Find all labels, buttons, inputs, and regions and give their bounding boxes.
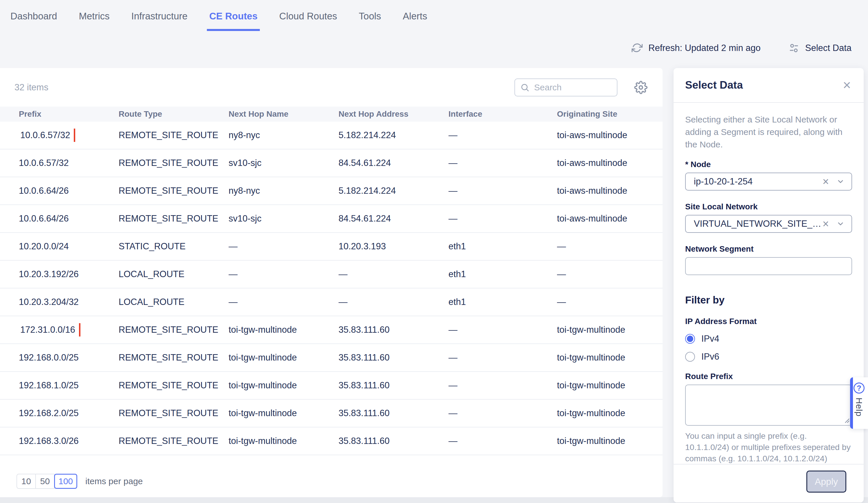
cell-interface: —	[448, 352, 557, 363]
items-count: 32 items	[14, 82, 48, 93]
sliders-icon	[788, 42, 799, 53]
cell-interface: —	[448, 408, 557, 419]
table-row: 10.0.6.64/26 REMOTE_SITE_ROUTE ny8-nyc 5…	[0, 177, 663, 205]
cell-next-hop-address: 5.182.214.224	[339, 130, 448, 140]
toolbar: Refresh: Updated 2 min ago Select Data	[632, 41, 851, 56]
column-header-originating-site: Originating Site	[557, 110, 663, 119]
cell-route-type: REMOTE_SITE_ROUTE	[118, 352, 229, 363]
table-settings-button[interactable]	[634, 81, 648, 94]
cell-prefix: 10.20.0.0/24	[19, 241, 118, 252]
cell-originating-site: toi-tgw-multinode	[557, 352, 663, 363]
table-row: 10.20.3.192/26 LOCAL_ROUTE — — eth1 —	[0, 261, 663, 289]
cell-prefix: 10.0.6.57/32	[19, 129, 118, 142]
cell-route-type: REMOTE_SITE_ROUTE	[118, 130, 229, 140]
table-row: 10.20.0.0/24 STATIC_ROUTE — 10.20.3.193 …	[0, 233, 663, 261]
cell-next-hop-name: toi-tgw-multinode	[229, 380, 339, 391]
cell-prefix: 10.0.6.64/26	[19, 213, 118, 224]
cell-route-type: REMOTE_SITE_ROUTE	[118, 408, 229, 419]
page-size-50-button[interactable]: 50	[35, 474, 55, 489]
search-input[interactable]	[534, 82, 617, 92]
filter-by-heading: Filter by	[685, 294, 852, 306]
close-icon[interactable]: ×	[843, 78, 851, 92]
cell-originating-site: —	[557, 241, 663, 252]
panel-body: Selecting either a Site Local Network or…	[674, 103, 864, 464]
route-prefix-textarea[interactable]	[685, 384, 852, 426]
cell-next-hop-name: —	[229, 269, 339, 280]
node-select[interactable]: ip-10-20-1-254 ×	[685, 173, 852, 191]
tab-ce-routes[interactable]: CE Routes	[209, 1, 258, 32]
network-segment-label: Network Segment	[685, 244, 852, 254]
cell-next-hop-name: toi-tgw-multinode	[229, 325, 339, 335]
site-local-network-select[interactable]: VIRTUAL_NETWORK_SITE_L... ×	[685, 215, 852, 233]
ipv4-radio-option[interactable]: IPv4	[685, 334, 852, 344]
tab-metrics[interactable]: Metrics	[78, 1, 110, 32]
tab-tools[interactable]: Tools	[358, 1, 382, 32]
node-clear-icon[interactable]: ×	[823, 176, 829, 187]
cell-next-hop-name: toi-tgw-multinode	[229, 408, 339, 419]
cell-prefix: 192.168.2.0/25	[19, 408, 118, 419]
ipv6-label: IPv6	[701, 352, 719, 362]
cell-next-hop-address: 35.83.111.60	[339, 325, 448, 335]
table-header-row: Prefix Route Type Next Hop Name Next Hop…	[0, 107, 663, 122]
panel-description: Selecting either a Site Local Network or…	[685, 113, 852, 151]
select-data-button[interactable]: Select Data	[788, 42, 851, 53]
route-prefix-label: Route Prefix	[685, 372, 852, 381]
page: Dashboard Metrics Infrastructure CE Rout…	[0, 0, 868, 503]
cell-prefix: 10.20.3.192/26	[19, 269, 118, 280]
chevron-down-icon	[836, 220, 845, 228]
cell-prefix: 192.168.1.0/25	[19, 380, 118, 391]
table-row: 10.0.6.57/32 REMOTE_SITE_ROUTE ny8-nyc 5…	[0, 122, 663, 149]
route-prefix-field	[685, 384, 852, 427]
cell-next-hop-address: —	[339, 269, 448, 280]
apply-button[interactable]: Apply	[806, 471, 846, 493]
cell-next-hop-name: toi-tgw-multinode	[229, 436, 339, 446]
cell-interface: —	[448, 380, 557, 391]
cell-prefix: 10.0.6.64/26	[19, 185, 118, 196]
cell-originating-site: toi-aws-multinode	[557, 130, 663, 140]
refresh-button[interactable]: Refresh: Updated 2 min ago	[632, 42, 761, 53]
column-header-route-type: Route Type	[118, 110, 229, 119]
cell-next-hop-address: 35.83.111.60	[339, 408, 448, 419]
cell-prefix: 10.0.6.57/32	[19, 158, 118, 168]
table-row: 10.0.6.64/26 REMOTE_SITE_ROUTE sv10-sjc …	[0, 205, 663, 233]
site-local-network-clear-icon[interactable]: ×	[823, 218, 829, 229]
cell-interface: eth1	[448, 297, 557, 307]
help-tab[interactable]: ? Help	[850, 377, 868, 429]
ipv4-radio[interactable]	[685, 334, 695, 344]
cell-route-type: REMOTE_SITE_ROUTE	[118, 158, 229, 168]
cell-prefix: 172.31.0.0/16	[19, 323, 118, 336]
cell-originating-site: toi-tgw-multinode	[557, 408, 663, 419]
tab-cloud-routes[interactable]: Cloud Routes	[279, 1, 338, 32]
cell-originating-site: toi-aws-multinode	[557, 158, 663, 168]
table-row: 192.168.1.0/25 REMOTE_SITE_ROUTE toi-tgw…	[0, 372, 663, 400]
cell-next-hop-name: —	[229, 297, 339, 307]
cell-interface: —	[448, 213, 557, 224]
cell-prefix: 10.20.3.204/32	[19, 297, 118, 307]
cell-next-hop-name: sv10-sjc	[229, 158, 339, 168]
tab-alerts[interactable]: Alerts	[402, 1, 428, 32]
network-segment-input[interactable]	[685, 257, 852, 275]
cell-next-hop-address: 35.83.111.60	[339, 436, 448, 446]
tab-dashboard[interactable]: Dashboard	[10, 1, 58, 32]
cell-prefix: 192.168.3.0/26	[19, 436, 118, 446]
ipv6-radio[interactable]	[685, 352, 695, 362]
question-circle-icon: ?	[854, 383, 865, 393]
cell-next-hop-address: 35.83.111.60	[339, 352, 448, 363]
cell-interface: —	[448, 185, 557, 196]
page-size-100-button[interactable]: 100	[54, 474, 77, 489]
cell-route-type: REMOTE_SITE_ROUTE	[118, 380, 229, 391]
page-size-10-button[interactable]: 10	[17, 474, 36, 489]
select-data-panel: Select Data × Selecting either a Site Lo…	[674, 68, 864, 502]
routes-table-card: 32 items Prefix Route Type Next Hop Name…	[0, 68, 663, 497]
cell-prefix: 192.168.0.0/25	[19, 352, 118, 363]
ipv6-radio-option[interactable]: IPv6	[685, 352, 852, 362]
ip-address-format-label: IP Address Format	[685, 317, 852, 326]
cell-route-type: LOCAL_ROUTE	[118, 269, 229, 280]
cell-route-type: REMOTE_SITE_ROUTE	[118, 325, 229, 335]
tab-infrastructure[interactable]: Infrastructure	[131, 1, 188, 32]
cell-next-hop-name: toi-tgw-multinode	[229, 352, 339, 363]
panel-footer: Apply	[674, 464, 864, 502]
cell-originating-site: —	[557, 297, 663, 307]
cell-next-hop-address: 35.83.111.60	[339, 380, 448, 391]
column-header-interface: Interface	[448, 110, 557, 119]
